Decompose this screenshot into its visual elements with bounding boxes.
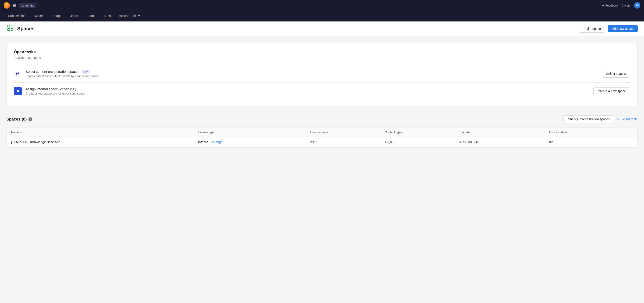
avatar[interactable]: JM [634,2,640,8]
feedback-icon: ✦ [602,4,604,7]
cell-row-actions: ··· [624,140,633,144]
feedback-button[interactable]: ✦ Feedback [602,4,618,7]
page-title: Spaces [17,26,579,32]
task-orchestration-action: Select spaces [602,70,630,78]
cell-orchestration: n/a [549,140,624,144]
export-table-button[interactable]: ⬇ Export table [617,117,638,121]
col-header-content-types: Content types [385,130,459,134]
col-header-actions [624,130,633,134]
col-header-orchestration: Orchestration [549,130,624,134]
row-actions-menu-button[interactable]: ··· [629,140,633,144]
add-new-space-button[interactable]: Add new space [608,25,638,32]
task-orchestration-desc: Share content and content models by conn… [26,74,602,78]
nav-apps[interactable]: Apps [100,11,114,21]
nav-usage[interactable]: Usage [49,11,65,21]
select-spaces-button[interactable]: Select spaces [602,70,630,78]
spaces-section-header: Spaces (8) i Change Orchestration spaces… [6,115,638,123]
task-row-orchestration: ✦ ✦ Select content orchestration spaces … [14,65,630,82]
contentful-logo-icon: C [4,2,10,8]
col-header-records: Records [460,130,549,134]
task-orchestration-name: Select content orchestration spaces New [26,70,602,74]
tasks-subtitle: 2 tasks to complete [14,56,630,60]
task-orchestration-info: Select content orchestration spaces New … [26,70,602,78]
table-header: Name ▲ License type Environments Content… [6,128,638,137]
spaces-info-icon[interactable]: i [28,117,32,121]
nav-subscription[interactable]: Subscription [4,11,29,21]
topbar-logo[interactable]: C [4,2,10,8]
cell-content-types: 4/1,000 [385,140,459,144]
nav-access-tools[interactable]: Access Tools ▾ [115,11,143,21]
col-header-environments: Environments [310,130,385,134]
change-license-link[interactable]: change [212,140,222,144]
task-row-license: ■ Assign internal space license (98) Cre… [14,82,630,100]
topbar: C ☰ Contentful ✦ Feedback ? Help JM [0,0,644,11]
trial-space-button[interactable]: Trial a space [579,25,605,32]
nav-users[interactable]: Users [66,11,82,21]
task-license-info: Assign internal space license (98) Creat… [26,87,593,95]
feedback-label: Feedback [605,4,618,7]
cell-environments: 2/151 [310,140,385,144]
nav-spaces[interactable]: Spaces [30,11,48,21]
cell-license-type: Internal - change [198,140,310,144]
svg-text:✦: ✦ [17,72,20,75]
spaces-table: Name ▲ License type Environments Content… [6,128,638,148]
spaces-section-actions: Change Orchestration spaces ⬇ Export tab… [564,115,638,123]
col-header-name[interactable]: Name ▲ [11,130,198,134]
page-header-actions: Trial a space Add new space [579,25,638,32]
nav-access-tools-label: Access Tools [119,14,137,18]
main-content: Open tasks 2 tasks to complete ✦ ✦ Selec… [0,36,644,155]
orchestration-icon: ✦ ✦ [14,70,22,78]
create-new-space-button[interactable]: Create a new space [593,87,630,95]
task-license-desc: Create a new space or change existing sp… [26,92,593,95]
hamburger-icon[interactable]: ☰ [13,4,16,8]
cell-records: 41/5,000,000 [460,140,549,144]
open-tasks-card: Open tasks 2 tasks to complete ✦ ✦ Selec… [6,43,638,106]
change-orchestration-spaces-button[interactable]: Change Orchestration spaces [564,115,614,123]
cube-icon: ■ [14,87,22,95]
nav-teams[interactable]: Teams [82,11,99,21]
spaces-page-icon [6,24,14,34]
spaces-section-title: Spaces (8) i [6,117,32,122]
main-nav: Subscription Spaces Usage Users Teams Ap… [0,11,644,22]
col-header-license: License type [198,130,310,134]
help-label: Help [624,4,630,7]
chevron-down-icon: ▾ [138,14,140,18]
help-button[interactable]: ? Help [622,4,630,7]
sort-arrow-icon: ▲ [20,131,22,134]
tasks-title: Open tasks [14,50,630,54]
help-icon: ? [622,4,624,7]
license-icon: ■ [14,87,22,95]
cell-space-name[interactable]: [TEMPLATE] Knowledge Base App [11,140,198,144]
topbar-right-actions: ✦ Feedback ? Help JM [602,2,640,8]
page-header: Spaces Trial a space Add new space [0,22,644,36]
download-icon: ⬇ [617,117,619,121]
org-name[interactable]: Contentful [18,3,36,8]
task-license-action: Create a new space [593,87,630,95]
table-row: [TEMPLATE] Knowledge Base App Internal -… [6,137,638,148]
task-license-name: Assign internal space license (98) [26,87,593,91]
new-badge: New [82,70,90,74]
